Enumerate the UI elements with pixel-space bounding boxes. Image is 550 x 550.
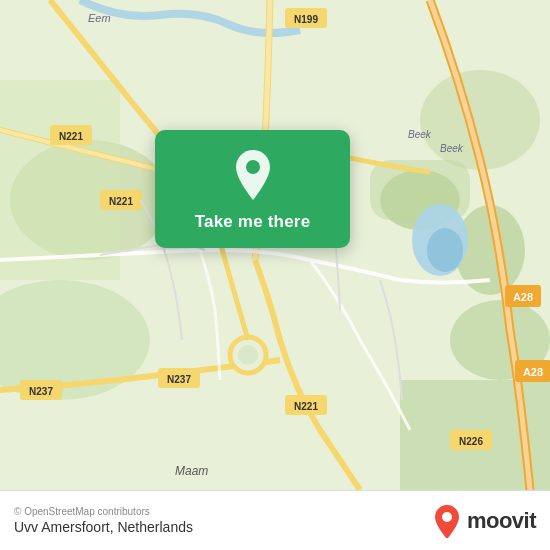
svg-text:N237: N237 [29, 386, 53, 397]
moovit-logo: moovit [433, 504, 536, 538]
svg-point-36 [246, 160, 260, 174]
svg-rect-6 [0, 80, 120, 280]
moovit-pin-icon [433, 504, 461, 538]
svg-text:N237: N237 [167, 374, 191, 385]
svg-text:N199: N199 [294, 14, 318, 25]
location-name: Uvv Amersfoort, Netherlands [14, 519, 193, 535]
action-card[interactable]: Take me there [155, 130, 350, 248]
svg-text:N221: N221 [59, 131, 83, 142]
svg-text:Eem: Eem [88, 12, 111, 24]
osm-attribution: © OpenStreetMap contributors [14, 506, 193, 517]
moovit-brand-text: moovit [467, 508, 536, 534]
svg-text:A28: A28 [513, 291, 533, 303]
svg-point-31 [238, 345, 258, 365]
svg-text:N226: N226 [459, 436, 483, 447]
svg-text:Beek: Beek [440, 143, 464, 154]
take-me-there-label: Take me there [195, 212, 311, 232]
map-container: A28 A28 N237 N221 N226 N199 N221 N221 N2… [0, 0, 550, 490]
location-pin-icon [231, 148, 275, 202]
svg-text:Beek: Beek [408, 129, 432, 140]
svg-point-11 [427, 228, 463, 272]
svg-point-37 [442, 512, 452, 522]
svg-text:Maam: Maam [175, 464, 208, 478]
location-info: © OpenStreetMap contributors Uvv Amersfo… [14, 506, 193, 535]
svg-text:N221: N221 [109, 196, 133, 207]
bottom-bar: © OpenStreetMap contributors Uvv Amersfo… [0, 490, 550, 550]
svg-text:A28: A28 [523, 366, 543, 378]
svg-text:N221: N221 [294, 401, 318, 412]
